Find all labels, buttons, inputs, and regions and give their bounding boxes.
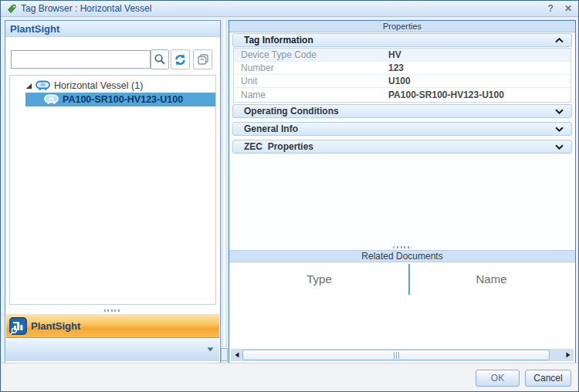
column-header-name[interactable]: Name	[408, 262, 574, 348]
left-panel-title: PlantSight	[10, 23, 59, 35]
property-row[interactable]: Name PA100-SR100-HV123-U100	[234, 88, 571, 101]
property-label: Unit	[234, 76, 388, 86]
chevron-down-icon[interactable]	[555, 144, 564, 150]
tree-node-horizontal-vessel[interactable]: Horizontal Vessel (1)	[10, 79, 215, 93]
refresh-button[interactable]	[171, 49, 190, 69]
property-row[interactable]: Number 123	[234, 62, 571, 75]
tree-node-selected-tag[interactable]: PA100-SR100-HV123-U100	[25, 93, 215, 106]
window-title: Tag Browser : Horizontal Vessel	[21, 3, 537, 14]
vertical-splitter[interactable]	[221, 20, 228, 363]
vessel-icon	[44, 94, 59, 105]
search-button[interactable]	[151, 49, 169, 69]
scrollbar-grip	[394, 352, 399, 359]
nav-options-strip[interactable]	[6, 339, 219, 361]
dialog-footer: OK Cancel	[1, 363, 578, 391]
scroll-right-arrow-icon[interactable]	[562, 349, 574, 361]
section-label: Tag Information	[244, 35, 555, 46]
column-header-type[interactable]: Type	[230, 262, 408, 348]
tag-tree: Horizontal Vessel (1) PA100-SR100-HV123-…	[9, 75, 216, 305]
vertical-splitter-line	[223, 20, 225, 363]
plantsight-nav-label: PlantSight	[31, 320, 80, 332]
expander-triangle-icon[interactable]	[25, 83, 32, 90]
section-label: Operating Conditions	[244, 106, 555, 117]
property-value: HV	[388, 49, 401, 60]
horizontal-splitter-handle[interactable]	[104, 309, 122, 312]
property-label: Name	[234, 90, 388, 100]
horizontal-splitter-handle[interactable]	[394, 246, 411, 248]
search-icon	[154, 53, 166, 66]
scrollbar-thumb[interactable]	[242, 350, 550, 360]
section-header-tag-information[interactable]: Tag Information	[232, 33, 572, 47]
copy-windows-icon	[197, 53, 209, 66]
property-value: U100	[388, 76, 411, 86]
section-header-zec-properties[interactable]: ZEC Properties	[232, 140, 572, 154]
section-header-operating-conditions[interactable]: Operating Conditions	[232, 104, 572, 118]
tag-icon	[7, 4, 17, 14]
refresh-icon	[174, 53, 187, 66]
close-button[interactable]: ✕	[564, 3, 572, 14]
property-label: Device Type Code	[234, 49, 388, 60]
chevron-up-icon[interactable]	[555, 38, 564, 43]
section-label: General Info	[244, 123, 555, 134]
tree-node-label: Horizontal Vessel (1)	[54, 80, 143, 91]
plantsight-nav-bar[interactable]: PlantSight	[6, 314, 219, 338]
properties-panel-title: Properties	[229, 21, 575, 32]
property-value: 123	[388, 63, 404, 73]
title-bar: Tag Browser : Horizontal Vessel ? ✕	[1, 1, 578, 17]
property-value: PA100-SR100-HV123-U100	[388, 90, 504, 100]
column-divider	[408, 264, 410, 295]
ok-button[interactable]: OK	[476, 370, 520, 387]
section-header-general-info[interactable]: General Info	[232, 122, 572, 136]
property-row[interactable]: Device Type Code HV	[234, 49, 571, 62]
related-documents-table[interactable]: Type Name	[230, 262, 574, 348]
tree-node-label: PA100-SR100-HV123-U100	[63, 94, 183, 105]
related-documents-title: Related Documents	[229, 250, 575, 262]
search-input[interactable]	[11, 50, 151, 69]
browser-panel: PlantSight	[5, 20, 221, 363]
property-row[interactable]: Unit U100	[234, 75, 571, 88]
left-panel-header: PlantSight	[5, 21, 220, 37]
property-label: Number	[234, 63, 388, 73]
horizontal-scrollbar[interactable]	[231, 349, 574, 361]
section-label: ZEC Properties	[244, 141, 555, 152]
chevron-down-icon[interactable]	[555, 127, 564, 132]
chevron-down-icon[interactable]	[555, 109, 564, 114]
splitter-end-button[interactable]	[221, 348, 228, 361]
cancel-button[interactable]: Cancel	[525, 370, 571, 387]
properties-panel: Properties Tag Information Device Type C…	[229, 20, 576, 364]
help-button[interactable]: ?	[548, 3, 554, 14]
vessel-icon	[36, 80, 50, 91]
tag-information-grid: Device Type Code HV Number 123 Unit U100…	[233, 48, 571, 103]
chevron-down-small-icon[interactable]	[207, 347, 214, 352]
batch-windows-button[interactable]	[193, 49, 212, 69]
scroll-left-arrow-icon[interactable]	[231, 349, 242, 361]
plantsight-logo-icon	[9, 317, 27, 335]
tag-browser-dialog: Tag Browser : Horizontal Vessel ? ✕ Plan…	[0, 0, 579, 392]
